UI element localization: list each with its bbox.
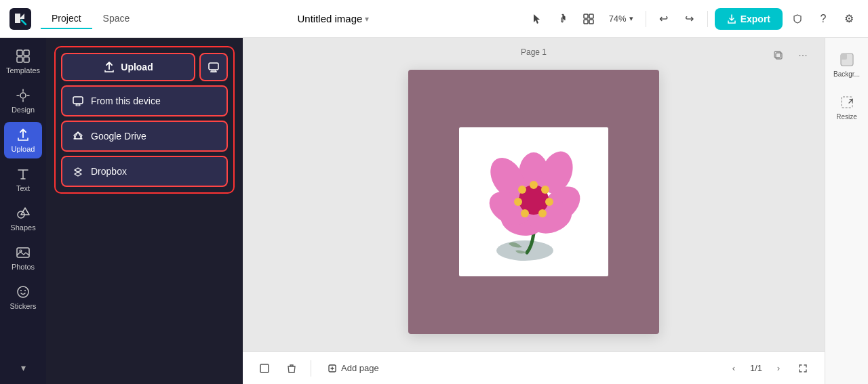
undo-btn[interactable]: ↩ — [653, 8, 675, 30]
fit-page-btn[interactable] — [792, 358, 814, 379]
resize-panel-btn[interactable]: Resize — [829, 89, 865, 126]
topbar-tabs: Project Space — [41, 9, 140, 29]
redo-btn[interactable]: ↪ — [679, 8, 701, 30]
sidebar-item-upload-label: Upload — [12, 145, 35, 153]
sidebar-item-design-label: Design — [12, 106, 35, 114]
tab-project[interactable]: Project — [41, 9, 92, 29]
toolbar-divider-2 — [707, 11, 708, 27]
svg-rect-2 — [589, 14, 593, 18]
dropbox-option[interactable]: Dropbox — [61, 156, 228, 187]
select-tool-btn[interactable] — [526, 8, 548, 30]
topbar-center: Untitled image ▾ — [146, 13, 520, 24]
flower-image — [476, 139, 591, 264]
settings-icon[interactable]: ⚙ — [838, 8, 860, 30]
page-indicator: 1/1 — [747, 363, 765, 373]
sidebar-item-text[interactable]: Text — [4, 161, 42, 198]
delete-btn[interactable] — [281, 358, 302, 379]
zoom-value: 74% — [609, 14, 627, 24]
sidebar-item-stickers[interactable]: Stickers — [4, 279, 42, 316]
tab-space[interactable]: Space — [92, 9, 141, 29]
sidebar-item-photos-label: Photos — [12, 263, 35, 271]
chevron-down-icon: ▾ — [365, 14, 369, 24]
svg-point-35 — [538, 209, 547, 217]
google-drive-label: Google Drive — [91, 131, 146, 142]
canvas-page — [408, 70, 659, 334]
add-page-label: Add page — [341, 363, 379, 373]
upload-button[interactable]: Upload — [61, 53, 195, 81]
canvas-area: Page 1 ··· — [243, 38, 825, 384]
document-title-area[interactable]: Untitled image ▾ — [298, 13, 370, 24]
toolbar-divider — [646, 11, 646, 27]
svg-rect-7 — [17, 57, 22, 62]
bottombar: Add page ‹ 1/1 › — [243, 351, 825, 384]
bottom-divider — [311, 360, 311, 377]
sidebar-item-stickers-label: Stickers — [9, 302, 36, 310]
svg-point-13 — [18, 286, 28, 297]
svg-point-12 — [20, 250, 22, 252]
export-label: Export — [741, 14, 770, 24]
sidebar-item-templates[interactable]: Templates — [4, 43, 42, 80]
canvas-scroll[interactable] — [243, 38, 825, 351]
resize-label: Resize — [836, 113, 857, 121]
svg-rect-8 — [24, 57, 29, 62]
canvas-inner — [459, 127, 608, 276]
svg-rect-20 — [76, 104, 80, 106]
help-icon[interactable]: ? — [812, 8, 834, 30]
svg-point-37 — [514, 198, 522, 206]
right-panel: Backgr... Resize — [825, 38, 868, 384]
page-navigation: ‹ 1/1 › — [724, 358, 814, 379]
sidebar-item-shapes[interactable]: Shapes — [4, 200, 42, 237]
background-panel-btn[interactable]: Backgr... — [829, 46, 865, 83]
svg-rect-11 — [17, 248, 29, 257]
page-label: Page 1 — [521, 47, 547, 57]
dropbox-label: Dropbox — [91, 166, 127, 177]
svg-point-32 — [530, 181, 538, 189]
upload-panel: Upload From this device — [46, 38, 243, 384]
document-title: Untitled image — [298, 13, 363, 24]
sidebar-item-photos[interactable]: Photos — [4, 240, 42, 276]
svg-rect-1 — [584, 14, 588, 18]
app-logo — [8, 7, 33, 31]
topbar: Project Space Untitled image ▾ — [0, 0, 868, 38]
svg-point-33 — [541, 186, 549, 194]
topbar-tools: 74% ▾ ↩ ↪ Export ? ⚙ — [526, 8, 860, 30]
background-label: Backgr... — [833, 70, 860, 78]
canvas-copy-icon[interactable] — [768, 45, 789, 66]
from-device-option[interactable]: From this device — [61, 85, 228, 116]
svg-rect-19 — [73, 97, 83, 104]
frame-btn[interactable] — [254, 358, 275, 379]
main-area: Templates Design Upload Text — [0, 38, 868, 384]
prev-page-btn[interactable]: ‹ — [724, 359, 743, 378]
canvas-actions: ··· — [768, 45, 814, 66]
svg-rect-42 — [841, 54, 847, 60]
sidebar-icons: Templates Design Upload Text — [0, 38, 46, 384]
upload-btn-label: Upload — [121, 62, 153, 72]
svg-point-34 — [545, 198, 553, 206]
sidebar-item-design[interactable]: Design — [4, 83, 42, 119]
svg-point-9 — [20, 93, 26, 98]
sidebar-item-text-label: Text — [16, 184, 30, 192]
svg-point-15 — [24, 290, 26, 291]
svg-rect-16 — [209, 63, 218, 70]
next-page-btn[interactable]: › — [769, 359, 788, 378]
upload-options-group: Upload From this device — [54, 46, 235, 194]
svg-rect-21 — [776, 53, 782, 59]
svg-rect-39 — [260, 364, 269, 372]
google-drive-option[interactable]: Google Drive — [61, 121, 228, 152]
canvas-more-icon[interactable]: ··· — [792, 45, 814, 66]
svg-point-36 — [521, 209, 529, 217]
shield-icon[interactable] — [787, 8, 808, 30]
svg-rect-22 — [774, 51, 781, 58]
hand-tool-btn[interactable] — [552, 8, 574, 30]
chevron-down-icon: ▾ — [629, 14, 633, 23]
sidebar-item-upload[interactable]: Upload — [4, 122, 42, 158]
upload-device-icon-btn[interactable] — [199, 53, 228, 81]
expand-btn[interactable]: ▾ — [12, 357, 34, 379]
svg-point-38 — [518, 186, 526, 194]
svg-point-14 — [20, 290, 22, 291]
add-page-btn[interactable]: Add page — [319, 359, 387, 377]
zoom-control[interactable]: 74% ▾ — [604, 11, 639, 26]
export-button[interactable]: Export — [715, 8, 783, 30]
from-device-label: From this device — [91, 95, 161, 106]
layout-btn[interactable] — [578, 11, 599, 27]
